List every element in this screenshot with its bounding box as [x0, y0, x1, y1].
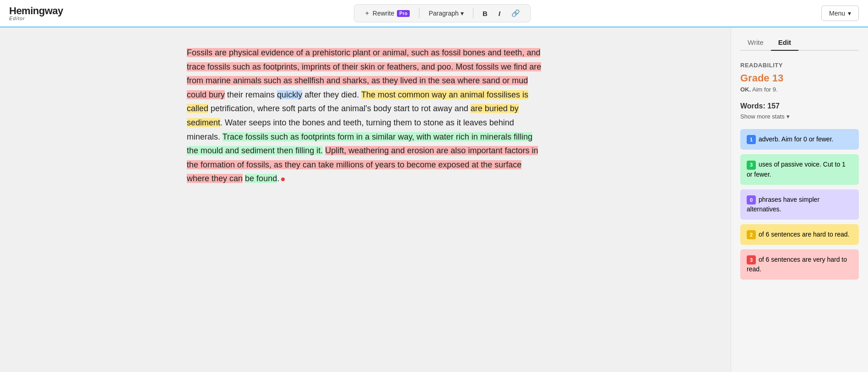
chevron-down-icon-stats: ▾: [787, 113, 790, 120]
sparkle-icon: ✦: [364, 10, 370, 17]
menu-button[interactable]: Menu ▾: [821, 5, 859, 21]
link-button[interactable]: 🔗: [508, 7, 524, 19]
toolbar-center: ✦ Rewrite Pro Paragraph ▾ B I 🔗: [354, 4, 531, 22]
chevron-down-icon-menu: ▾: [848, 10, 851, 17]
stat-badge-2: 0: [747, 195, 756, 205]
toolbar-divider-2: [473, 8, 473, 18]
stat-badge-1: 3: [747, 161, 756, 170]
words-section: Words: 157 Show more stats ▾: [740, 102, 859, 120]
stat-card-1: 3uses of passive voice. Cut to 1 or fewe…: [740, 154, 859, 184]
logo-hemingway: Hemingway: [9, 6, 63, 16]
adverb-highlight: quickly: [277, 90, 302, 99]
link-icon: 🔗: [511, 9, 520, 17]
readability-label: Readability: [740, 62, 859, 69]
highlighted-phrase: be found: [245, 174, 277, 183]
aim-ok: OK.: [740, 86, 751, 93]
editor-area[interactable]: Fossils are physical evidence of a prehi…: [0, 27, 731, 372]
stat-card-4: 3of 6 sentences are very hard to read.: [740, 249, 859, 280]
stat-text-2: phrases have simpler alternatives.: [747, 196, 819, 213]
logo: Hemingway Editor: [9, 6, 63, 21]
stat-text-4: of 6 sentences are very hard to read.: [747, 256, 847, 273]
rewrite-label: Rewrite: [373, 10, 394, 17]
readability-section: Readability Grade 13 OK. Aim for 9.: [740, 62, 859, 93]
aim-detail: Aim for 9.: [752, 86, 778, 93]
paragraph-label: Paragraph: [429, 10, 458, 17]
tab-write[interactable]: Write: [740, 35, 771, 51]
main-layout: Fossils are physical evidence of a prehi…: [0, 0, 868, 372]
stats-list: 1adverb. Aim for 0 or fewer.3uses of pas…: [740, 129, 859, 280]
logo-editor: Editor: [9, 16, 63, 21]
stat-card-2: 0phrases have simpler alternatives.: [740, 189, 859, 220]
menu-label: Menu: [829, 10, 845, 17]
stat-text-0: adverb. Aim for 0 or fewer.: [759, 135, 833, 143]
text-content: Fossils are physical evidence of a prehi…: [187, 46, 544, 186]
stat-badge-4: 3: [747, 255, 756, 264]
write-edit-tabs: Write Edit: [740, 35, 859, 51]
tab-edit[interactable]: Edit: [771, 35, 798, 51]
highlighted-sentence-3: are buried by sediment: [187, 104, 519, 127]
chevron-down-icon: ▾: [461, 10, 464, 17]
stat-text-1: uses of passive voice. Cut to 1 or fewer…: [747, 161, 846, 178]
paragraph-dropdown[interactable]: Paragraph ▾: [425, 8, 467, 19]
toolbar-divider: [419, 8, 419, 18]
rewrite-button[interactable]: ✦ Rewrite Pro: [361, 8, 414, 19]
stat-badge-3: 2: [747, 230, 756, 239]
cursor-dot: [281, 178, 285, 181]
stat-text-3: of 6 sentences are hard to read.: [759, 231, 849, 238]
italic-button[interactable]: I: [495, 8, 504, 19]
sidebar: Write Edit Readability Grade 13 OK. Aim …: [731, 27, 868, 372]
pro-badge: Pro: [397, 10, 410, 17]
bold-button[interactable]: B: [479, 8, 491, 19]
stat-card-3: 2of 6 sentences are hard to read.: [740, 224, 859, 245]
words-count: Words: 157: [740, 102, 859, 110]
topbar: Hemingway Editor ✦ Rewrite Pro Paragraph…: [0, 0, 868, 27]
aim-text: OK. Aim for 9.: [740, 86, 859, 93]
grade-text: Grade 13: [740, 72, 859, 84]
stat-card-0: 1adverb. Aim for 0 or fewer.: [740, 129, 859, 150]
show-more-stats-button[interactable]: Show more stats ▾: [740, 113, 790, 120]
show-more-label: Show more stats: [740, 113, 785, 120]
stat-badge-0: 1: [747, 135, 756, 144]
